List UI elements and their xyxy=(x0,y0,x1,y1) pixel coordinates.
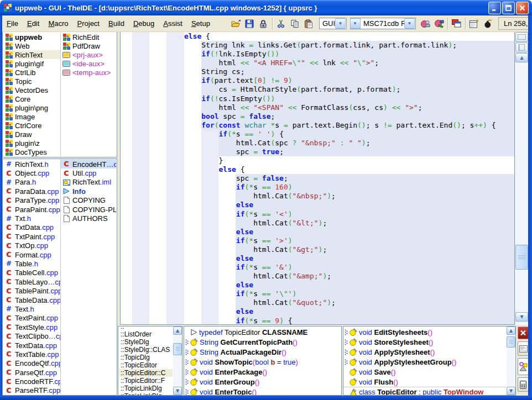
file-item[interactable]: Info xyxy=(61,187,116,196)
package-item[interactable]: Web xyxy=(3,41,60,50)
code-line[interactable]: if(*s == 160) xyxy=(121,183,514,192)
code-line[interactable]: if(!cs.IsEmpty()) xyxy=(121,94,514,103)
code-line[interactable]: html << "<SPAN" << FormatClass(css, cs) … xyxy=(121,103,514,112)
member-item[interactable]: void EnterTopic() xyxy=(184,387,341,396)
menu-debug[interactable]: Debug xyxy=(129,18,159,29)
maximize-button[interactable] xyxy=(502,2,515,14)
code-line[interactable]: } xyxy=(121,156,514,165)
topics-mode-button[interactable] xyxy=(518,358,529,375)
code-line[interactable]: if(*s == '\"') xyxy=(121,290,514,298)
code-line[interactable]: spc = true; xyxy=(121,148,514,156)
file-item[interactable]: CTableCell.cpp xyxy=(3,269,60,277)
code-line[interactable]: if(*s == '&') xyxy=(121,263,514,272)
member-item[interactable]: void EnterGroup() xyxy=(184,377,341,387)
copy-button[interactable] xyxy=(288,17,302,30)
code-line[interactable]: else { xyxy=(121,165,514,174)
package-item[interactable]: uppweb xyxy=(3,33,60,41)
save-button[interactable] xyxy=(243,17,257,30)
scope-item[interactable]: ::TopicEditor::C xyxy=(119,369,173,377)
minimize-button[interactable] xyxy=(488,2,501,14)
member-item[interactable]: class TopicEditor : public TopWindow xyxy=(343,387,506,395)
member-item[interactable]: String ActualPackageDir() xyxy=(184,347,341,357)
file-item[interactable]: #Para.h xyxy=(3,178,60,187)
close-button[interactable] xyxy=(516,2,529,14)
code-line[interactable]: else xyxy=(121,307,514,316)
file-item[interactable]: CFormat.cpp xyxy=(3,250,60,259)
member-item[interactable]: void ApplyStylesheetGroup() xyxy=(343,357,506,367)
debug-build-button[interactable] xyxy=(432,17,446,30)
chevron-down-icon[interactable]: ▼ xyxy=(404,18,415,29)
scope-item[interactable]: ::StyleDlg xyxy=(119,338,173,346)
menu-assist[interactable]: Assist xyxy=(159,18,187,29)
code-line[interactable]: bool spc = false; xyxy=(121,112,514,121)
code-line[interactable]: if(*s == ' ') { xyxy=(121,130,514,139)
code-line[interactable]: if(part.text[0] != 9) xyxy=(121,76,514,85)
bomb-button[interactable] xyxy=(481,17,495,30)
code-line[interactable]: if(*s == '<') xyxy=(121,210,514,219)
scope-item[interactable]: ::TopicEditor::F xyxy=(119,377,173,385)
member-item[interactable]: void Flush() xyxy=(343,377,506,387)
scroll-up-button[interactable]: ▲ xyxy=(507,327,515,335)
file-item[interactable]: CEncodeQtf.cpp xyxy=(3,359,60,368)
code-line[interactable]: if(*s == 9) { xyxy=(121,317,514,325)
file-item[interactable]: CTxtPaint.cpp xyxy=(3,232,60,241)
member-item[interactable]: typedef TopicEditor CLASSNAME xyxy=(184,327,341,337)
package-item[interactable]: Topic xyxy=(3,77,60,86)
code-line[interactable]: html.Cat(spc ? "&nbsp;" : " "); xyxy=(121,139,514,148)
split-horizontal-button[interactable] xyxy=(515,32,528,42)
code-line[interactable]: else xyxy=(121,281,514,290)
build-button[interactable] xyxy=(418,17,432,30)
file-item[interactable]: CObject.cpp xyxy=(3,169,60,177)
file-item[interactable]: CTextPaint.cpp xyxy=(3,314,60,323)
package-item[interactable]: CtrlLib xyxy=(3,68,60,77)
scrollbar-thumb[interactable] xyxy=(173,343,182,355)
file-item[interactable]: CParseRTF.cpp xyxy=(3,386,60,394)
file-item[interactable]: CTablePaint.cpp xyxy=(3,286,60,295)
member-item[interactable]: void StoreStylesheet() xyxy=(343,337,506,347)
menu-project[interactable]: Project xyxy=(73,18,104,29)
file-item[interactable]: CUtil.cpp xyxy=(61,169,116,177)
member-item[interactable]: String GetCurrentTopicPath() xyxy=(184,337,341,347)
menu-file[interactable]: File xyxy=(2,18,23,29)
scope-item[interactable]: ::TopicLinkDlg xyxy=(119,385,173,392)
member-item[interactable]: void ApplyStylesheet() xyxy=(343,347,506,357)
calendar-button[interactable] xyxy=(467,17,481,30)
package-item[interactable]: <temp-aux> xyxy=(61,68,116,77)
menu-macro[interactable]: Macro xyxy=(44,18,72,29)
code-line[interactable]: else xyxy=(121,201,514,209)
file-item[interactable]: CParseQtf.cpp xyxy=(3,368,60,377)
file-item[interactable]: CParaType.cpp xyxy=(3,196,60,205)
scroll-up-button[interactable]: ▲ xyxy=(515,53,528,62)
file-item[interactable]: CTextStyle.cpp xyxy=(3,323,60,331)
file-item[interactable]: #Table.h xyxy=(3,259,60,268)
file-item[interactable]: CTableData.cpp xyxy=(3,296,60,304)
file-item[interactable]: CTextTable.cpp xyxy=(3,350,60,359)
file-item[interactable]: CTextClipbo…cpp xyxy=(3,331,60,340)
scroll-down-button[interactable]: ▼ xyxy=(515,312,528,322)
package-item[interactable]: PdfDraw xyxy=(61,41,116,50)
code-line[interactable]: else xyxy=(121,228,514,236)
title-bar[interactable]: uppweb - GUI - TheIDE - [d:\uppsrc\RichT… xyxy=(0,0,532,15)
package-item[interactable]: <prj-aux> xyxy=(61,50,116,59)
scope-item[interactable]: ::TopicDlg xyxy=(119,354,173,361)
open-folder-button[interactable] xyxy=(229,17,243,30)
file-item[interactable]: AUTHORS xyxy=(61,214,116,223)
scope-item[interactable]: ::TopicLinkDlg xyxy=(119,392,173,395)
scrollbar-thumb[interactable] xyxy=(515,245,528,270)
file-item[interactable]: CParaData.cpp xyxy=(3,187,60,196)
scroll-down-button[interactable]: ▼ xyxy=(173,387,182,395)
main-config-combobox[interactable]: GUI ▼ xyxy=(319,18,347,29)
file-item[interactable]: CEncodeRTF.cpp xyxy=(3,377,60,386)
member-item[interactable]: void EnterPackage() xyxy=(184,367,341,377)
package-item[interactable]: Core xyxy=(3,94,60,103)
file-item[interactable]: RichText.iml xyxy=(61,178,116,187)
code-line[interactable]: for(const wchar *s = part.text.Begin(); … xyxy=(121,121,514,130)
chevron-down-icon[interactable]: ▼ xyxy=(335,18,346,29)
code-line[interactable]: if(!lnk.IsEmpty()) xyxy=(121,50,514,59)
package-item[interactable]: VectorDes xyxy=(3,86,60,94)
member-item[interactable]: void EditStylesheets() xyxy=(343,327,506,337)
file-item[interactable]: CTxtOp.cpp xyxy=(3,241,60,250)
scrollbar-thumb[interactable] xyxy=(507,336,515,348)
member-item[interactable]: void ShowTopic(bool b = true) xyxy=(184,357,341,367)
window-layers-button[interactable] xyxy=(450,17,463,30)
